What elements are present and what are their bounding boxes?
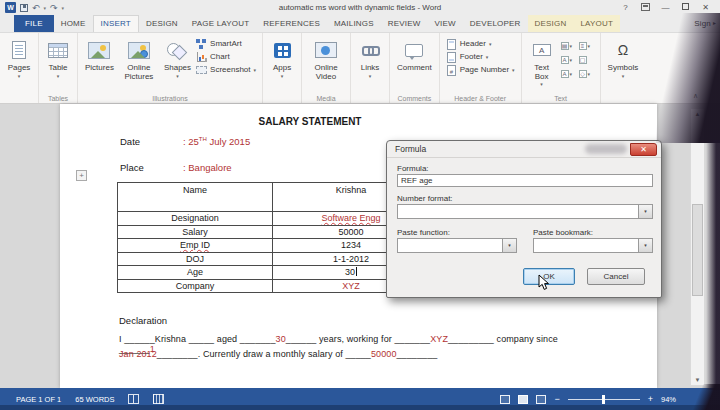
table-button[interactable]: Table ▾ [43,36,73,81]
place-value: : Bangalore [183,162,232,173]
help-button[interactable]: ? [617,3,634,12]
restore-button[interactable] [677,3,694,12]
cell-name-label[interactable]: Name [118,183,273,212]
screenshot-label: Screenshot [210,65,250,75]
tab-references[interactable]: REFERENCES [256,15,327,32]
table-move-handle[interactable]: + [76,170,87,181]
tab-mailings[interactable]: MAILINGS [327,15,381,32]
cell-designation-label[interactable]: Designation [118,212,273,226]
number-format-label: Number format: [397,194,453,203]
doc-heading: SALARY STATEMENT [230,116,390,127]
cell-age-label[interactable]: Age [118,266,273,280]
wordart-button[interactable]: A▾ [561,53,578,66]
paste-function-dropdown[interactable]: ▾ [397,238,517,253]
tab-review[interactable]: REVIEW [381,15,428,32]
page-number-icon [446,65,457,75]
scroll-up-icon[interactable]: ▲ [691,111,704,117]
online-pictures-button[interactable]: Online Pictures [117,36,161,83]
sign-in-link[interactable]: Sign [687,15,713,32]
footer-button[interactable]: Footer ▾ [446,52,515,62]
undo-icon[interactable]: ↶ [32,3,40,13]
zoom-out-icon[interactable]: − [554,395,559,404]
cell-company-label[interactable]: Company [118,279,273,293]
cancel-button[interactable]: Cancel [587,268,645,285]
chart-button[interactable]: Chart [196,52,256,62]
word-count[interactable]: 65 WORDS [75,395,114,404]
scroll-down-icon[interactable]: ▼ [691,377,704,383]
zoom-in-icon[interactable]: + [648,395,653,404]
object-button[interactable]: ◇▾ [579,67,596,80]
vertical-scrollbar[interactable]: ▲ ▼ [690,108,705,386]
status-right: − + 94% [500,395,720,404]
ribbon-insert: Pages ▾ Table ▾ Tables Pictures Online P… [0,33,720,104]
zoom-slider[interactable] [568,399,640,400]
online-video-button[interactable]: Online Video [306,36,346,83]
minimize-button[interactable]: — [657,3,674,12]
signature-caret-icon: ▾ [588,44,591,49]
zoom-slider-thumb[interactable] [602,395,605,404]
print-layout-icon[interactable] [518,395,528,404]
tab-developer[interactable]: DEVELOPER [463,15,528,32]
tab-view[interactable]: VIEW [428,15,463,32]
tab-design[interactable]: DESIGN [139,15,185,32]
paste-function-dropdown-arrow-icon[interactable]: ▾ [502,239,516,252]
page-number-button[interactable]: Page Number ▾ [446,65,515,75]
sign-in-arrow-icon: ▸ [713,15,720,32]
shapes-icon [167,38,187,62]
formula-input[interactable] [397,174,653,187]
cell-empid-label[interactable]: Emp ID [118,239,273,253]
date-label: Date [120,136,183,147]
collapse-ribbon-icon[interactable]: ∧ [693,92,698,100]
status-bar: PAGE 1 OF 1 65 WORDS − + 94% [0,388,720,410]
paste-bookmark-dropdown[interactable]: ▾ [533,238,653,253]
tab-home[interactable]: HOME [54,15,93,32]
cell-doj-label[interactable]: DOJ [118,252,273,266]
dialog-close-button[interactable]: ✕ [630,143,657,156]
text-box-button[interactable]: A Text Box ▾ [526,36,558,89]
number-format-dropdown-arrow-icon[interactable]: ▾ [638,205,652,218]
pages-button[interactable]: Pages ▾ [4,36,34,81]
macro-icon[interactable] [153,394,164,404]
tab-insert[interactable]: INSERT [93,15,139,32]
smartart-button[interactable]: SmartArt [196,39,256,49]
zoom-level[interactable]: 94% [661,395,676,404]
declaration-line-2: Jan 2012________. Currently draw a month… [119,349,589,359]
tab-table-tools-layout[interactable]: LAYOUT [573,15,620,32]
symbols-button[interactable]: Ω Symbols ▾ [605,36,642,81]
pictures-button[interactable]: Pictures [82,36,117,75]
tab-table-tools-design[interactable]: DESIGN [528,15,574,32]
close-button[interactable]: ✕ [697,3,714,12]
customize-qat-caret-icon[interactable]: ▾ [62,5,65,11]
read-mode-icon[interactable] [500,395,510,404]
links-button[interactable]: Links ▾ [355,36,385,81]
cell-salary-label[interactable]: Salary [118,225,273,239]
links-label: Links [361,64,380,73]
text-box-icon: A [533,38,551,62]
redo-icon[interactable]: ↷ [50,3,58,13]
save-icon[interactable] [20,4,28,12]
date-time-button[interactable]: ▢ [579,53,596,66]
screenshot-icon [196,65,207,75]
ribbon-group-links: Links ▾ [351,33,390,103]
shapes-button[interactable]: Shapes ▾ [161,36,194,81]
screenshot-button[interactable]: Screenshot ▾ [196,65,256,75]
ribbon-display-options-button[interactable] [637,3,654,13]
quick-parts-caret-icon: ▾ [570,44,573,49]
quick-parts-button[interactable]: ▤▾ [561,39,578,52]
tab-page-layout[interactable]: PAGE LAYOUT [185,15,256,32]
apps-button[interactable]: Apps ▾ [267,36,297,81]
header-button[interactable]: Header ▾ [446,39,515,49]
undo-dropdown-caret-icon[interactable]: ▾ [44,5,47,11]
scrollbar-thumb[interactable] [692,204,703,296]
page-indicator[interactable]: PAGE 1 OF 1 [16,395,61,404]
pages-icon [12,38,26,62]
paste-bookmark-dropdown-arrow-icon[interactable]: ▾ [638,239,652,252]
ribbon-tab-bar: FILE HOME INSERT DESIGN PAGE LAYOUT REFE… [0,15,720,33]
proofing-icon[interactable] [128,394,139,404]
tab-file[interactable]: FILE [14,15,54,32]
number-format-dropdown[interactable]: ▾ [397,204,653,219]
drop-cap-button[interactable]: A▾ [561,67,578,80]
signature-line-button[interactable]: ≡▾ [579,39,596,52]
web-layout-icon[interactable] [536,395,546,404]
comment-button[interactable]: Comment [394,36,435,75]
